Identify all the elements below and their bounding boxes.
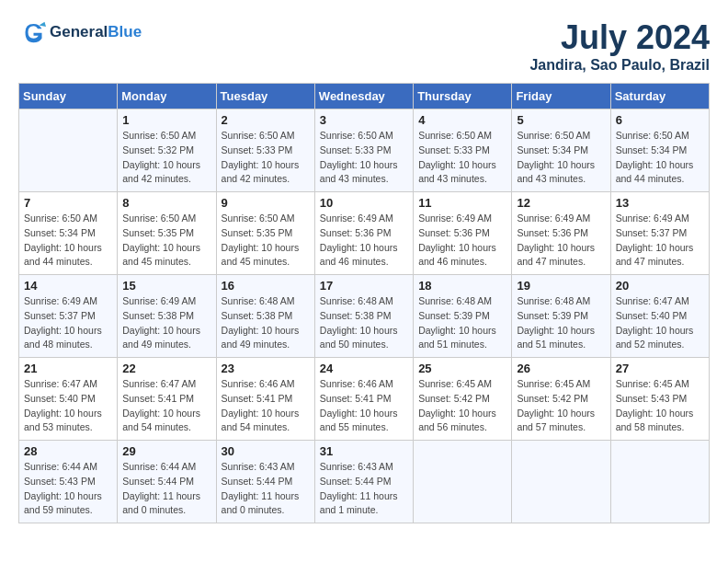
week-row-5: 28Sunrise: 6:44 AMSunset: 5:43 PMDayligh… [19, 441, 710, 523]
day-number: 18 [418, 279, 506, 293]
day-info: Sunrise: 6:50 AMSunset: 5:34 PMDaylight:… [616, 129, 704, 187]
day-number: 20 [616, 279, 704, 293]
calendar-cell: 20Sunrise: 6:47 AMSunset: 5:40 PMDayligh… [610, 275, 709, 358]
weekday-header-friday: Friday [512, 84, 610, 109]
weekday-header-row: SundayMondayTuesdayWednesdayThursdayFrid… [19, 84, 710, 109]
day-number: 25 [418, 362, 506, 375]
calendar-cell: 26Sunrise: 6:45 AMSunset: 5:42 PMDayligh… [512, 358, 610, 441]
calendar-cell [610, 441, 709, 523]
day-number: 10 [320, 196, 408, 210]
day-number: 19 [517, 279, 605, 293]
month-title: July 2024 [529, 18, 710, 57]
calendar-table: SundayMondayTuesdayWednesdayThursdayFrid… [18, 83, 710, 523]
day-info: Sunrise: 6:43 AMSunset: 5:44 PMDaylight:… [320, 460, 408, 518]
week-row-2: 7Sunrise: 6:50 AMSunset: 5:34 PMDaylight… [19, 192, 710, 275]
day-info: Sunrise: 6:49 AMSunset: 5:36 PMDaylight:… [320, 212, 408, 270]
logo: GeneralBlue [18, 18, 142, 46]
day-info: Sunrise: 6:44 AMSunset: 5:43 PMDaylight:… [24, 460, 112, 518]
calendar-cell [512, 441, 610, 523]
day-number: 15 [122, 279, 210, 293]
day-info: Sunrise: 6:49 AMSunset: 5:36 PMDaylight:… [418, 212, 506, 270]
day-info: Sunrise: 6:45 AMSunset: 5:43 PMDaylight:… [616, 377, 704, 435]
weekday-header-saturday: Saturday [610, 84, 709, 109]
day-number: 6 [616, 113, 704, 127]
calendar-cell: 24Sunrise: 6:46 AMSunset: 5:41 PMDayligh… [314, 358, 413, 441]
day-info: Sunrise: 6:50 AMSunset: 5:35 PMDaylight:… [222, 212, 310, 270]
day-number: 31 [320, 444, 408, 458]
day-info: Sunrise: 6:44 AMSunset: 5:44 PMDaylight:… [122, 460, 210, 518]
logo-icon [18, 18, 46, 46]
day-info: Sunrise: 6:50 AMSunset: 5:32 PMDaylight:… [122, 129, 210, 187]
calendar-cell: 23Sunrise: 6:46 AMSunset: 5:41 PMDayligh… [216, 358, 314, 441]
day-number: 30 [222, 444, 310, 458]
day-info: Sunrise: 6:43 AMSunset: 5:44 PMDaylight:… [222, 460, 310, 518]
day-number: 11 [418, 196, 506, 210]
day-number: 27 [616, 362, 704, 375]
day-info: Sunrise: 6:49 AMSunset: 5:37 PMDaylight:… [24, 294, 112, 352]
day-number: 29 [122, 444, 210, 458]
day-number: 4 [418, 113, 506, 127]
calendar-cell: 2Sunrise: 6:50 AMSunset: 5:33 PMDaylight… [216, 109, 314, 192]
calendar-cell: 13Sunrise: 6:49 AMSunset: 5:37 PMDayligh… [610, 192, 709, 275]
calendar-cell: 25Sunrise: 6:45 AMSunset: 5:42 PMDayligh… [414, 358, 512, 441]
calendar-cell: 15Sunrise: 6:49 AMSunset: 5:38 PMDayligh… [118, 275, 216, 358]
calendar-cell: 5Sunrise: 6:50 AMSunset: 5:34 PMDaylight… [512, 109, 610, 192]
day-number: 3 [320, 113, 408, 127]
day-info: Sunrise: 6:48 AMSunset: 5:38 PMDaylight:… [222, 294, 310, 352]
day-info: Sunrise: 6:46 AMSunset: 5:41 PMDaylight:… [320, 377, 408, 435]
weekday-header-thursday: Thursday [414, 84, 512, 109]
day-number: 21 [24, 362, 112, 375]
day-number: 24 [320, 362, 408, 375]
day-info: Sunrise: 6:47 AMSunset: 5:41 PMDaylight:… [122, 377, 210, 435]
day-info: Sunrise: 6:46 AMSunset: 5:41 PMDaylight:… [222, 377, 310, 435]
day-number: 28 [24, 444, 112, 458]
calendar-cell: 9Sunrise: 6:50 AMSunset: 5:35 PMDaylight… [216, 192, 314, 275]
day-info: Sunrise: 6:47 AMSunset: 5:40 PMDaylight:… [616, 294, 704, 352]
calendar-cell: 22Sunrise: 6:47 AMSunset: 5:41 PMDayligh… [118, 358, 216, 441]
day-info: Sunrise: 6:47 AMSunset: 5:40 PMDaylight:… [24, 377, 112, 435]
day-info: Sunrise: 6:48 AMSunset: 5:39 PMDaylight:… [517, 294, 605, 352]
location: Jandira, Sao Paulo, Brazil [529, 57, 710, 74]
day-info: Sunrise: 6:49 AMSunset: 5:37 PMDaylight:… [616, 212, 704, 270]
day-number: 2 [222, 113, 310, 127]
weekday-header-wednesday: Wednesday [314, 84, 413, 109]
calendar-cell: 19Sunrise: 6:48 AMSunset: 5:39 PMDayligh… [512, 275, 610, 358]
calendar-cell: 3Sunrise: 6:50 AMSunset: 5:33 PMDaylight… [314, 109, 413, 192]
day-number: 17 [320, 279, 408, 293]
day-info: Sunrise: 6:50 AMSunset: 5:34 PMDaylight:… [24, 212, 112, 270]
calendar-cell: 1Sunrise: 6:50 AMSunset: 5:32 PMDaylight… [118, 109, 216, 192]
calendar-cell: 28Sunrise: 6:44 AMSunset: 5:43 PMDayligh… [19, 441, 118, 523]
day-number: 7 [24, 196, 112, 210]
calendar-cell: 6Sunrise: 6:50 AMSunset: 5:34 PMDaylight… [610, 109, 709, 192]
weekday-header-monday: Monday [118, 84, 216, 109]
day-number: 14 [24, 279, 112, 293]
calendar-cell: 27Sunrise: 6:45 AMSunset: 5:43 PMDayligh… [610, 358, 709, 441]
weekday-header-sunday: Sunday [19, 84, 118, 109]
day-number: 8 [122, 196, 210, 210]
calendar-cell: 10Sunrise: 6:49 AMSunset: 5:36 PMDayligh… [314, 192, 413, 275]
week-row-4: 21Sunrise: 6:47 AMSunset: 5:40 PMDayligh… [19, 358, 710, 441]
calendar-cell: 16Sunrise: 6:48 AMSunset: 5:38 PMDayligh… [216, 275, 314, 358]
calendar-cell: 31Sunrise: 6:43 AMSunset: 5:44 PMDayligh… [314, 441, 413, 523]
day-info: Sunrise: 6:49 AMSunset: 5:36 PMDaylight:… [517, 212, 605, 270]
day-number: 22 [122, 362, 210, 375]
weekday-header-tuesday: Tuesday [216, 84, 314, 109]
day-number: 12 [517, 196, 605, 210]
day-number: 5 [517, 113, 605, 127]
day-number: 9 [222, 196, 310, 210]
calendar-cell: 7Sunrise: 6:50 AMSunset: 5:34 PMDaylight… [19, 192, 118, 275]
calendar-cell [414, 441, 512, 523]
week-row-1: 1Sunrise: 6:50 AMSunset: 5:32 PMDaylight… [19, 109, 710, 192]
day-info: Sunrise: 6:50 AMSunset: 5:33 PMDaylight:… [320, 129, 408, 187]
day-info: Sunrise: 6:50 AMSunset: 5:35 PMDaylight:… [122, 212, 210, 270]
day-info: Sunrise: 6:49 AMSunset: 5:38 PMDaylight:… [122, 294, 210, 352]
page-header: GeneralBlue July 2024 Jandira, Sao Paulo… [18, 18, 710, 74]
calendar-cell: 21Sunrise: 6:47 AMSunset: 5:40 PMDayligh… [19, 358, 118, 441]
day-info: Sunrise: 6:45 AMSunset: 5:42 PMDaylight:… [418, 377, 506, 435]
logo-text: GeneralBlue [50, 23, 142, 41]
calendar-cell: 18Sunrise: 6:48 AMSunset: 5:39 PMDayligh… [414, 275, 512, 358]
calendar-cell: 14Sunrise: 6:49 AMSunset: 5:37 PMDayligh… [19, 275, 118, 358]
calendar-cell: 30Sunrise: 6:43 AMSunset: 5:44 PMDayligh… [216, 441, 314, 523]
calendar-cell: 8Sunrise: 6:50 AMSunset: 5:35 PMDaylight… [118, 192, 216, 275]
day-number: 23 [222, 362, 310, 375]
